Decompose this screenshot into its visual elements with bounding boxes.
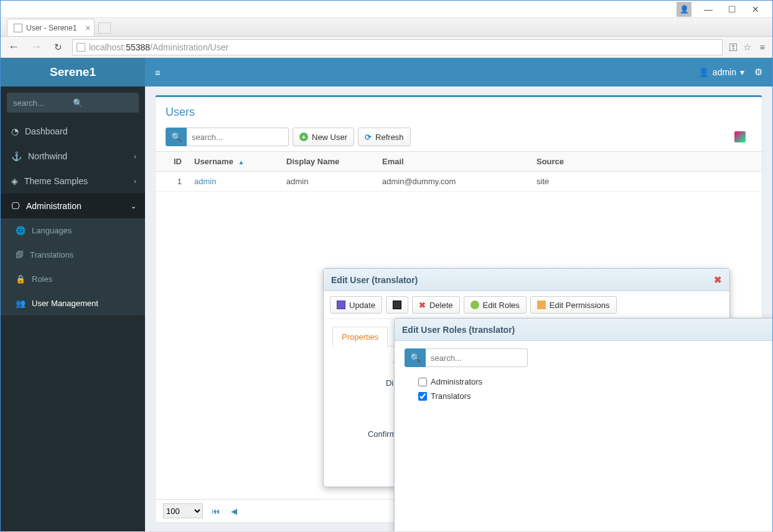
sidebar: search... 🔍 ◔ Dashboard ⚓ Northwind ‹ ◈ …: [1, 86, 145, 531]
column-source[interactable]: Source: [530, 152, 762, 171]
sidebar-item-northwind[interactable]: ⚓ Northwind ‹: [1, 144, 145, 169]
browser-actions: ⚿ ☆: [729, 42, 751, 53]
desktop-icon: 🖵: [11, 201, 20, 211]
user-label: admin: [713, 67, 736, 77]
column-id[interactable]: ID: [156, 152, 188, 171]
users-icon: 👥: [16, 299, 26, 308]
refresh-button[interactable]: ⟳ Refresh: [358, 128, 411, 146]
sidebar-item-administration[interactable]: 🖵 Administration ⌄: [1, 194, 145, 218]
dialog-title-bar[interactable]: Edit User Roles (translator) ✖: [395, 319, 772, 341]
table-row[interactable]: 1 admin admin admin@dummy.com site: [156, 172, 762, 192]
roles-search-input[interactable]: [426, 348, 528, 367]
button-label: Refresh: [375, 133, 404, 142]
delete-button[interactable]: ✖Delete: [412, 296, 460, 314]
disk-icon: [393, 301, 401, 309]
app-header: Serene1 ≡ 👤 admin ▾ ⚙: [1, 58, 772, 86]
update-button[interactable]: Update: [330, 296, 382, 314]
cell-email: admin@dummy.com: [376, 172, 530, 191]
sidebar-label: User Management: [32, 299, 98, 308]
chevron-down-icon: ⌄: [131, 202, 136, 210]
sidebar-item-dashboard[interactable]: ◔ Dashboard: [1, 119, 145, 144]
app-logo[interactable]: Serene1: [1, 58, 145, 86]
button-label: Update: [349, 301, 375, 310]
tab-properties[interactable]: Properties: [332, 327, 388, 347]
sidebar-search[interactable]: search... 🔍: [7, 93, 139, 113]
key-icon[interactable]: ⚿: [729, 42, 738, 53]
caret-down-icon: ▾: [740, 67, 744, 77]
site-info-icon: [77, 43, 85, 52]
window-close-button[interactable]: [744, 2, 767, 17]
page-size-select[interactable]: 100: [163, 503, 203, 518]
pager-first-icon[interactable]: ⏮: [209, 506, 222, 516]
search-icon: 🔍: [73, 98, 133, 108]
column-email[interactable]: Email: [376, 152, 530, 171]
sidebar-label: Translations: [30, 250, 73, 259]
button-label: Edit Permissions: [550, 301, 610, 310]
sidebar-item-languages[interactable]: 🌐 Languages: [1, 218, 145, 243]
sidebar-item-theme-samples[interactable]: ◈ Theme Samples ‹: [1, 169, 145, 194]
sidebar-label: Theme Samples: [24, 176, 88, 186]
cell-display-name: admin: [280, 172, 376, 191]
role-checkbox[interactable]: [418, 392, 427, 401]
grid-header: ID Username ▲ Display Name Email Source: [156, 151, 762, 172]
lock-icon: 🔒: [16, 274, 26, 284]
browser-menu-icon[interactable]: ≡: [757, 42, 767, 52]
user-menu[interactable]: 👤 admin ▾: [698, 67, 744, 77]
content-area: Users 🔍 + New User ⟳ Refresh: [145, 86, 772, 531]
search-button[interactable]: 🔍: [405, 348, 426, 367]
forward-button[interactable]: →: [28, 40, 44, 54]
url-port: 55388: [126, 42, 150, 52]
sidebar-toggle-icon[interactable]: ≡: [145, 67, 171, 78]
edit-permissions-button[interactable]: Edit Permissions: [530, 296, 617, 314]
browser-tab[interactable]: User - Serene1 ×: [7, 19, 95, 36]
sidebar-item-roles[interactable]: 🔒 Roles: [1, 267, 145, 291]
list-icon: 🗐: [16, 250, 24, 259]
os-titlebar: 👤: [1, 1, 772, 18]
role-checkbox[interactable]: [418, 378, 427, 386]
column-label: Username: [194, 157, 233, 166]
roles-search-group: 🔍: [405, 348, 772, 367]
sort-asc-icon: ▲: [238, 159, 245, 166]
cell-id: 1: [156, 172, 188, 191]
column-username[interactable]: Username ▲: [188, 152, 280, 171]
back-button[interactable]: ←: [6, 40, 22, 54]
dialog-title: Edit User Roles (translator): [402, 325, 515, 335]
tab-close-icon[interactable]: ×: [85, 23, 90, 33]
new-tab-button[interactable]: [98, 22, 111, 34]
cell-source: site: [530, 172, 762, 191]
settings-icon[interactable]: ⚙: [754, 67, 762, 78]
button-label: Edit Roles: [483, 301, 520, 310]
edit-roles-button[interactable]: Edit Roles: [464, 296, 527, 314]
pager-prev-icon[interactable]: ◀: [228, 506, 240, 516]
chevron-left-icon: ‹: [134, 152, 136, 160]
delete-icon: ✖: [419, 301, 426, 310]
dialog-close-icon[interactable]: ✖: [714, 274, 722, 286]
sidebar-item-user-management[interactable]: 👥 User Management: [1, 291, 145, 315]
bookmark-star-icon[interactable]: ☆: [743, 42, 751, 53]
search-group: 🔍: [166, 128, 289, 146]
address-bar[interactable]: localhost:55388/Administration/User: [72, 39, 723, 55]
roles-icon: [471, 301, 479, 309]
column-display-name[interactable]: Display Name: [280, 152, 376, 171]
dialog-title-bar[interactable]: Edit User (translator) ✖: [324, 269, 729, 291]
eraser-icon[interactable]: [734, 131, 746, 142]
dialog-body: 🔍 Administrators Translators: [395, 341, 772, 411]
new-user-button[interactable]: + New User: [293, 128, 354, 146]
anchor-icon: ⚓: [11, 151, 22, 161]
apply-button[interactable]: [386, 296, 408, 314]
url-path: /Administration/User: [150, 42, 228, 52]
search-input[interactable]: [187, 128, 289, 146]
sidebar-item-translations[interactable]: 🗐 Translations: [1, 243, 145, 267]
maximize-button[interactable]: [720, 2, 744, 17]
sidebar-label: Roles: [32, 274, 52, 284]
diamond-icon: ◈: [11, 176, 18, 186]
role-item-translators[interactable]: Translators: [405, 389, 772, 403]
sidebar-label: Northwind: [28, 151, 67, 161]
reload-button[interactable]: ↻: [50, 42, 66, 53]
url-host: localhost:: [89, 42, 126, 52]
search-button[interactable]: 🔍: [166, 128, 187, 146]
permissions-icon: [537, 301, 546, 309]
minimize-button[interactable]: [696, 2, 720, 17]
role-item-administrators[interactable]: Administrators: [405, 375, 772, 389]
cell-username[interactable]: admin: [188, 172, 280, 191]
